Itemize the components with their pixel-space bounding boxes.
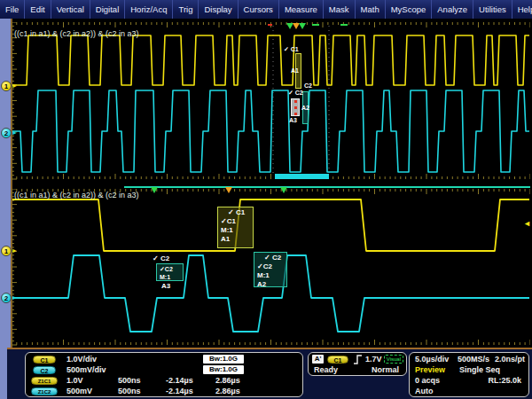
ch2-scale[interactable]: 500mV/div [66,365,106,374]
menu-horiz-acq[interactable]: Horiz/Acq [125,0,173,19]
zoom1-ch1-badge[interactable]: Z1C1 [31,377,58,385]
mask-tick-green1 [312,24,319,26]
z1c2-scale: 500mV [66,387,92,395]
vt-area-a3-lower[interactable]: ✓C2 M:1 [156,263,184,281]
zoom1-ch2-badge[interactable]: Z1C2 [31,387,58,395]
trigger-readout-panel: A' C1 1.7V Visual Ready Normal [308,352,407,376]
z1c1-t1: -2.14µs [166,376,193,385]
channel1-marker-upper[interactable]: 1 [1,81,12,91]
vt-upper-c2-name-label: C2 [304,82,312,89]
fastacq-status: Auto [415,387,434,395]
menu-utilities[interactable]: Utilities [473,0,512,19]
menu-analyze[interactable]: Analyze [432,0,473,19]
upper-graticule[interactable] [12,22,530,180]
menu-display[interactable]: Display [199,0,238,19]
vt-upper-c2-check-label: ✓ C2 [288,90,303,97]
a2-channel: ✓C2 [257,262,286,271]
vt-upper-a3-label: A3 [289,117,297,123]
channel1-arrow-lower-icon: ► [12,247,18,254]
trigger-mode: Normal [372,365,399,374]
channel2-arrow-lower-icon: ► [12,294,18,301]
menu-digital[interactable]: Digital [90,0,125,19]
rising-edge-icon [353,355,363,364]
a3-channel: ✓C2 [160,265,183,273]
upper-c2-trace [12,90,529,172]
a2-mode: M:1 [257,271,286,280]
trigger-level[interactable]: 1.7V [365,355,382,364]
channel1-arrow-upper-icon: ► [12,82,18,89]
a1-name: A1 [221,235,253,244]
menu-mask[interactable]: Mask [324,0,356,19]
vt-area-a2-lower[interactable]: ✓ C2 ✓C2 M:1 A2 [254,252,287,287]
menu-cursors[interactable]: Cursors [239,0,279,19]
ch1-bandwidth[interactable]: Bw:1.0G [203,355,244,364]
ch2-badge[interactable]: C2 [33,366,56,374]
ch1-scale[interactable]: 1.0V/div [66,355,97,364]
channel2-marker-lower[interactable]: 2 [1,293,12,303]
z1c2-t2: 2.86µs [215,387,240,395]
ch1-badge[interactable]: C1 [33,356,56,364]
channel1-marker-lower[interactable]: 1 [1,246,12,256]
lower-trigger-equation: ((c1 in a1) & (c2 in a2)) & (c2 in a3) [14,191,139,200]
trigger-status: Ready [314,365,338,374]
channel2-arrow-upper-icon: ► [12,129,18,136]
z1c1-timebase: 500ns [118,376,141,385]
visual-trigger-badge[interactable]: Visual [384,355,403,364]
a3-mode: M:1 [160,273,183,281]
vertical-readout-panel: C1 1.0V/div Bw:1.0G C2 500mV/div Bw:1.0G… [25,352,303,397]
lower-zoom-marker-left-icon[interactable] [151,187,158,193]
mask-tick-green2 [340,24,348,26]
a3-source-check: ✓ C2 [153,254,169,262]
menu-edit[interactable]: Edit [25,0,51,19]
trigger-event-badge[interactable]: A' [312,355,324,364]
sample-rate: 500MS/s [458,355,489,364]
record-length: RL:25.0k [488,376,521,385]
menu-bar: File Edit Vertical Digital Horiz/Acq Tri… [0,0,532,19]
a1-channel: ✓C1 [221,217,253,226]
zoom-timeline [124,186,530,188]
preview-indicator: Preview [415,365,445,374]
vt-upper-a2-label: A2 [301,105,309,111]
menu-measure[interactable]: Measure [279,0,324,19]
trigger-level-arrow-icon[interactable]: ◄ [523,219,531,228]
menu-math[interactable]: Math [356,0,386,19]
tekscope-window: File Edit Vertical Digital Horiz/Acq Tri… [0,0,532,399]
z1c1-t2: 2.86µs [215,376,240,385]
vt-area-a1-lower[interactable]: ✓ C1 ✓C1 M:1 A1 [217,207,254,248]
zoom-marker-right-icon[interactable] [299,23,306,29]
z1c1-scale: 1.0V [66,376,83,385]
lower-c1-trace [12,200,529,251]
vt-upper-c1-check-label: ✓ C1 [284,46,299,53]
menu-myscope[interactable]: MyScope [386,0,433,19]
horizontal-scale[interactable]: 5.0µs/div [415,355,449,364]
ch2-bandwidth[interactable]: Bw:1.0G [203,365,244,374]
z1c2-t1: -2.14µs [166,387,193,395]
upper-c1-trace [12,35,529,85]
vt-upper-a1-label: A1 [291,67,299,74]
sample-resolution: 2.0ns/pt [495,355,525,364]
a1-source-check: ✓ C1 [221,208,253,217]
a2-name: A2 [257,280,286,289]
menu-file[interactable]: File [0,0,25,19]
zoom-region-bar[interactable] [275,174,329,179]
a3-name: A3 [161,282,170,290]
channel2-marker-upper[interactable]: 2 [1,128,12,138]
acquisition-mode[interactable]: Single Seq [459,365,500,374]
horizontal-readout-panel: 5.0µs/div 500MS/s 2.0ns/pt Preview Singl… [409,352,529,397]
vt-area-a3-upper-selected[interactable] [291,98,300,116]
trigger-source-badge[interactable]: C1 [327,356,348,364]
upper-trigger-equation: ((c1 in a1) & (c2 in a2)) & (c2 in a3) [14,29,139,38]
a2-source-check: ✓ C2 [257,254,286,262]
mask-tick-red [268,24,272,26]
a1-mode: M:1 [221,226,253,235]
z1c2-timebase: 500ns [118,387,141,395]
status-bar: C1 1.0V/div Bw:1.0G C2 500mV/div Bw:1.0G… [7,348,532,399]
menu-vertical[interactable]: Vertical [51,0,90,19]
acquisition-count: 0 acqs [415,376,440,385]
lower-trigger-position-icon[interactable] [225,187,232,193]
lower-zoom-marker-right-icon[interactable] [280,187,287,193]
menu-help[interactable]: Help [512,0,532,19]
menu-trig[interactable]: Trig [173,0,199,19]
